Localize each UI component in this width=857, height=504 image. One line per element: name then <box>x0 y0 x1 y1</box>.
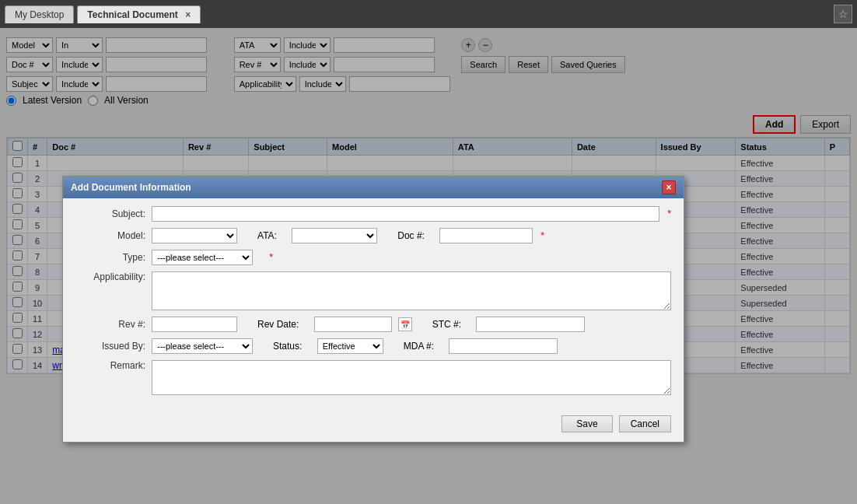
calendar-button[interactable]: 📅 <box>398 317 412 331</box>
subject-input[interactable] <box>152 206 659 222</box>
model-label: Model: <box>75 230 145 241</box>
save-button[interactable]: Save <box>561 415 612 432</box>
revdate-label: Rev Date: <box>257 319 299 330</box>
remark-row: Remark: <box>75 360 671 395</box>
doc-num-input[interactable] <box>439 228 533 243</box>
modal-header: Add Document Information × <box>63 177 684 198</box>
type-row: Type: ---please select--- * <box>75 250 671 265</box>
modal-overlay: Add Document Information × Subject: * Mo… <box>0 28 857 504</box>
subject-label: Subject: <box>75 208 145 219</box>
add-document-modal: Add Document Information × Subject: * Mo… <box>62 176 684 443</box>
mdanum-label: MDA #: <box>404 341 434 352</box>
ata-select-modal[interactable] <box>292 228 377 243</box>
model-ata-doc-row: Model: ATA: Doc #: * <box>75 228 671 243</box>
issued-by-select[interactable]: ---please select--- <box>152 338 253 354</box>
type-required: * <box>269 252 273 263</box>
bookmark-icon[interactable]: ☆ <box>834 5 852 23</box>
model-select-modal[interactable] <box>152 228 237 243</box>
subject-required: * <box>667 208 671 219</box>
main-area: Model In ATA Include + − Doc <box>0 28 857 504</box>
ata-label: ATA: <box>257 230 277 241</box>
issuedby-row: Issued By: ---please select--- Status: E… <box>75 338 671 354</box>
rev-row: Rev #: Rev Date: 📅 STC #: <box>75 317 671 332</box>
tab-technical-document[interactable]: Technical Document × <box>77 5 201 23</box>
applicability-label: Applicability: <box>75 271 145 282</box>
remark-textarea[interactable] <box>152 360 671 395</box>
rev-num-input[interactable] <box>152 317 237 332</box>
docnum-label: Doc #: <box>397 230 425 241</box>
modal-close-button[interactable]: × <box>662 180 676 194</box>
modal-footer: Save Cancel <box>63 409 684 442</box>
status-select-modal[interactable]: Effective Superseded Cancelled <box>317 338 383 354</box>
docnum-required: * <box>540 230 544 241</box>
subject-row: Subject: * <box>75 206 671 222</box>
top-bar: My Desktop Technical Document × ☆ <box>0 0 857 28</box>
rev-date-input[interactable] <box>314 317 392 332</box>
revnum-label: Rev #: <box>75 319 145 330</box>
tab-close-icon[interactable]: × <box>185 9 191 20</box>
applicability-textarea[interactable] <box>152 271 671 310</box>
modal-body: Subject: * Model: ATA: <box>63 198 684 409</box>
status-label: Status: <box>273 341 302 352</box>
type-select-modal[interactable]: ---please select--- <box>152 250 253 265</box>
tab-my-desktop[interactable]: My Desktop <box>5 5 74 23</box>
mda-num-input[interactable] <box>449 338 558 354</box>
stcnum-label: STC #: <box>432 319 461 330</box>
applicability-row: Applicability: <box>75 271 671 310</box>
type-label: Type: <box>75 252 145 263</box>
remark-label: Remark: <box>75 360 145 371</box>
cancel-button[interactable]: Cancel <box>619 415 671 432</box>
modal-title: Add Document Information <box>71 182 191 193</box>
stc-num-input[interactable] <box>476 317 585 332</box>
issuedby-label: Issued By: <box>75 341 145 352</box>
